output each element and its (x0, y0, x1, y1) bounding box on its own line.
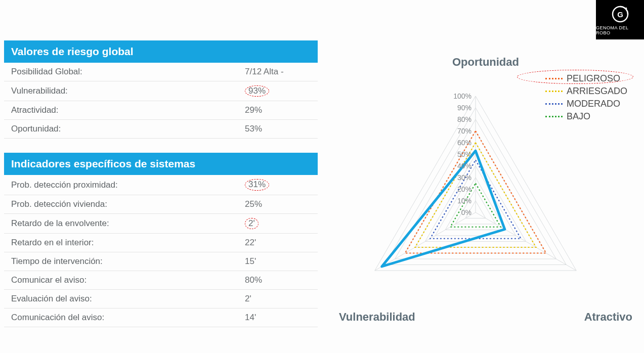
tables-column: Valores de riesgo global Posibilidad Glo… (4, 40, 318, 327)
axis-tick: 100% (448, 92, 471, 100)
axis-tick: 90% (448, 104, 471, 112)
table-row: Tiempo de intervención:15' (4, 252, 318, 271)
sistemas-value: 15' (245, 256, 311, 267)
legend-item-arriesgado: ARRIESGADO (545, 86, 627, 97)
axis-tick: 30% (448, 173, 471, 182)
axis-tick: 40% (448, 162, 471, 170)
global-value: 53% (245, 124, 311, 134)
sistemas-label: Retardo de la envolvente: (11, 218, 245, 229)
sistemas-value: 22' (245, 238, 311, 248)
highlight-circle: 93% (245, 85, 269, 97)
global-value: 29% (245, 105, 311, 115)
sistemas-value: 25% (245, 199, 311, 209)
table-row: Comunicar el aviso:80% (4, 271, 318, 290)
table-row: Retardo de la envolvente:2' (4, 214, 318, 234)
axis-tick: 10% (448, 197, 471, 205)
table-row: Retardo en el interior:22' (4, 234, 318, 252)
legend-item-peligroso: PELIGROSO (545, 73, 627, 84)
global-label: Oportunidad: (11, 124, 245, 134)
section-header-global: Valores de riesgo global (4, 40, 318, 63)
axis-tick: 80% (448, 115, 471, 123)
global-label: Vulnerabilidad: (11, 86, 245, 96)
sistemas-label: Comunicar el aviso: (11, 275, 245, 285)
table-row: Posibilidad Global:7/12 Alta - (4, 63, 318, 81)
sistemas-value: 2' (245, 294, 311, 304)
axis-tick: 70% (448, 127, 471, 135)
table-row: Oportunidad:53% (4, 120, 318, 139)
brand-badge: G GENOMA DEL ROBO (596, 0, 644, 39)
axis-label-bottom-right: Atractivo (584, 311, 632, 324)
sistemas-label: Prob. detección vivienda: (11, 199, 245, 209)
section-header-sistemas: Indicadores específicos de sistemas (4, 153, 318, 175)
sistemas-label: Tiempo de intervención: (11, 256, 245, 267)
global-value: 7/12 Alta - (245, 67, 311, 77)
sistemas-label: Retardo en el interior: (11, 238, 245, 248)
brand-logo-icon: G (610, 4, 630, 24)
legend-item-bajo: BAJO (545, 111, 627, 122)
radar-chart: Oportunidad Vulnerabilidad Atractivo PEL… (334, 56, 637, 339)
svg-text:G: G (617, 10, 623, 19)
sistemas-label: Prob. detección proximidad: (11, 180, 245, 190)
global-label: Atractividad: (11, 105, 245, 115)
legend-item-moderado: MODERADO (545, 99, 627, 109)
axis-tick: 20% (448, 185, 471, 193)
table-row: Comunicación del aviso:14' (4, 308, 318, 327)
svg-marker-20 (382, 151, 505, 267)
sistemas-value: 2' (245, 218, 311, 229)
axis-label-bottom-left: Vulnerabilidad (339, 311, 415, 324)
table-row: Prob. detección vivienda:25% (4, 195, 318, 214)
highlight-circle: 31% (245, 179, 269, 190)
brand-name: GENOMA DEL ROBO (596, 25, 644, 35)
sistemas-value: 80% (245, 275, 311, 285)
sistemas-value: 14' (245, 313, 311, 323)
table-row: Atractividad:29% (4, 101, 318, 120)
axis-tick: 50% (448, 150, 471, 158)
sistemas-label: Comunicación del aviso: (11, 313, 245, 323)
table-row: Vulnerabilidad:93% (4, 81, 318, 101)
global-value: 93% (245, 85, 311, 97)
axis-tick: 0% (448, 208, 471, 216)
legend: PELIGROSO ARRIESGADO MODERADO BAJO (545, 73, 627, 124)
axis-tick: 60% (448, 139, 471, 147)
svg-point-2 (625, 8, 627, 9)
axis-label-top: Oportunidad (452, 56, 519, 69)
table-row: Prob. detección proximidad:31% (4, 175, 318, 195)
sistemas-value: 31% (245, 179, 311, 190)
highlight-circle: 2' (245, 218, 259, 229)
table-row: Evaluación del aviso:2' (4, 290, 318, 308)
global-label: Posibilidad Global: (11, 67, 245, 77)
sistemas-label: Evaluación del aviso: (11, 294, 245, 304)
